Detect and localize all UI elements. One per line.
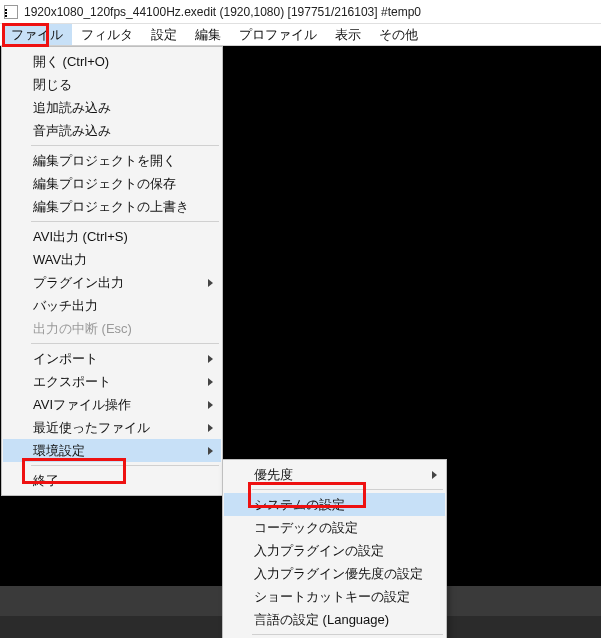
- submenu-item-codec-settings[interactable]: コーデックの設定: [224, 516, 445, 539]
- label: ショートカットキーの設定: [254, 588, 410, 606]
- menu-separator: [252, 634, 443, 635]
- submenu-item-shortcut-settings[interactable]: ショートカットキーの設定: [224, 585, 445, 608]
- menu-separator: [31, 221, 219, 222]
- menu-item-overwrite-project[interactable]: 編集プロジェクトの上書き: [3, 195, 221, 218]
- label: 音声読み込み: [33, 122, 111, 140]
- chevron-right-icon: [208, 378, 213, 386]
- titlebar: 1920x1080_120fps_44100Hz.exedit (1920,10…: [0, 0, 601, 24]
- label: 編集プロジェクトの上書き: [33, 198, 189, 216]
- menu-item-batch-out[interactable]: バッチ出力: [3, 294, 221, 317]
- label: インポート: [33, 350, 98, 368]
- label: 編集プロジェクトを開く: [33, 152, 176, 170]
- menu-other[interactable]: その他: [370, 24, 427, 45]
- label: 編集プロジェクトの保存: [33, 175, 176, 193]
- menu-view[interactable]: 表示: [326, 24, 370, 45]
- client-area: 開く (Ctrl+O) 閉じる 追加読み込み 音声読み込み 編集プロジェクトを開…: [0, 46, 601, 638]
- label: 入力プラグインの設定: [254, 542, 384, 560]
- label: AVIファイル操作: [33, 396, 131, 414]
- menu-item-avi-out[interactable]: AVI出力 (Ctrl+S): [3, 225, 221, 248]
- label: システムの設定: [254, 496, 345, 514]
- menu-item-close[interactable]: 閉じる: [3, 73, 221, 96]
- menu-item-plugin-out[interactable]: プラグイン出力: [3, 271, 221, 294]
- menu-filter[interactable]: フィルタ: [72, 24, 142, 45]
- menu-item-abort-out: 出力の中断 (Esc): [3, 317, 221, 340]
- menubar: ファイル フィルタ 設定 編集 プロファイル 表示 その他: [0, 24, 601, 46]
- label: 環境設定: [33, 442, 85, 460]
- chevron-right-icon: [208, 424, 213, 432]
- label: コーデックの設定: [254, 519, 358, 537]
- label: AVI出力 (Ctrl+S): [33, 228, 128, 246]
- submenu-item-priority[interactable]: 優先度: [224, 463, 445, 486]
- label: 出力の中断 (Esc): [33, 320, 132, 338]
- label: 終了: [33, 472, 59, 490]
- file-menu-dropdown: 開く (Ctrl+O) 閉じる 追加読み込み 音声読み込み 編集プロジェクトを開…: [1, 46, 223, 496]
- menu-item-open-project[interactable]: 編集プロジェクトを開く: [3, 149, 221, 172]
- menu-item-save-project[interactable]: 編集プロジェクトの保存: [3, 172, 221, 195]
- chevron-right-icon: [432, 471, 437, 479]
- label: 開く (Ctrl+O): [33, 53, 109, 71]
- menu-separator: [252, 489, 443, 490]
- label: 入力プラグイン優先度の設定: [254, 565, 423, 583]
- menu-separator: [31, 343, 219, 344]
- env-settings-submenu: 優先度 システムの設定 コーデックの設定 入力プラグインの設定 入力プラグイン優…: [222, 459, 447, 638]
- menu-profile[interactable]: プロファイル: [230, 24, 326, 45]
- menu-item-additional-load[interactable]: 追加読み込み: [3, 96, 221, 119]
- label: 追加読み込み: [33, 99, 111, 117]
- submenu-item-input-plugin-priority[interactable]: 入力プラグイン優先度の設定: [224, 562, 445, 585]
- menu-item-audio-load[interactable]: 音声読み込み: [3, 119, 221, 142]
- label: 優先度: [254, 466, 293, 484]
- chevron-right-icon: [208, 355, 213, 363]
- chevron-right-icon: [208, 447, 213, 455]
- menu-item-avi-file-ops[interactable]: AVIファイル操作: [3, 393, 221, 416]
- chevron-right-icon: [208, 401, 213, 409]
- menu-separator: [31, 465, 219, 466]
- submenu-item-system-settings[interactable]: システムの設定: [224, 493, 445, 516]
- menu-settings[interactable]: 設定: [142, 24, 186, 45]
- window-title: 1920x1080_120fps_44100Hz.exedit (1920,10…: [24, 5, 421, 19]
- submenu-item-input-plugin-settings[interactable]: 入力プラグインの設定: [224, 539, 445, 562]
- label: バッチ出力: [33, 297, 98, 315]
- menu-item-export[interactable]: エクスポート: [3, 370, 221, 393]
- menu-item-wav-out[interactable]: WAV出力: [3, 248, 221, 271]
- menu-item-recent-files[interactable]: 最近使ったファイル: [3, 416, 221, 439]
- menu-item-import[interactable]: インポート: [3, 347, 221, 370]
- menu-separator: [31, 145, 219, 146]
- label: エクスポート: [33, 373, 111, 391]
- menu-edit[interactable]: 編集: [186, 24, 230, 45]
- label: プラグイン出力: [33, 274, 124, 292]
- label: 閉じる: [33, 76, 72, 94]
- menu-item-env-settings[interactable]: 環境設定: [3, 439, 221, 462]
- chevron-right-icon: [208, 279, 213, 287]
- menu-file[interactable]: ファイル: [2, 24, 72, 45]
- label: 最近使ったファイル: [33, 419, 150, 437]
- menu-item-open[interactable]: 開く (Ctrl+O): [3, 50, 221, 73]
- label: WAV出力: [33, 251, 87, 269]
- app-icon: [4, 5, 18, 19]
- label: 言語の設定 (Language): [254, 611, 389, 629]
- submenu-item-language-settings[interactable]: 言語の設定 (Language): [224, 608, 445, 631]
- menu-item-exit[interactable]: 終了: [3, 469, 221, 492]
